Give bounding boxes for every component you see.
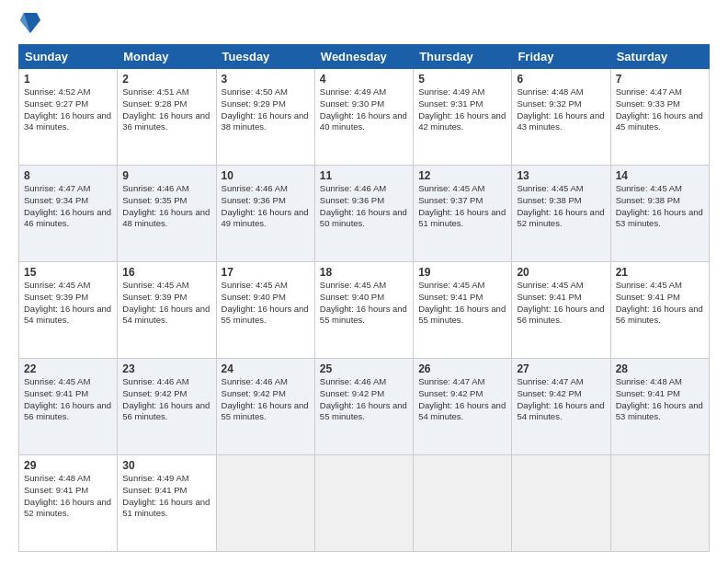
- calendar-cell: 16Sunrise: 4:45 AMSunset: 9:39 PMDayligh…: [118, 262, 216, 359]
- day-info: Sunrise: 4:45 AMSunset: 9:41 PMDaylight:…: [517, 280, 605, 327]
- calendar-header-friday: Friday: [512, 45, 610, 69]
- calendar-cell: 27Sunrise: 4:47 AMSunset: 9:42 PMDayligh…: [512, 359, 610, 455]
- day-number: 21: [616, 266, 704, 279]
- day-info: Sunrise: 4:52 AMSunset: 9:27 PMDaylight:…: [24, 86, 112, 133]
- day-info: Sunrise: 4:45 AMSunset: 9:41 PMDaylight:…: [418, 280, 506, 327]
- day-info: Sunrise: 4:50 AMSunset: 9:29 PMDaylight:…: [222, 86, 310, 133]
- calendar-cell: 22Sunrise: 4:45 AMSunset: 9:41 PMDayligh…: [19, 359, 118, 455]
- calendar-cell: 13Sunrise: 4:45 AMSunset: 9:38 PMDayligh…: [512, 166, 610, 262]
- day-info: Sunrise: 4:46 AMSunset: 9:42 PMDaylight:…: [222, 376, 310, 423]
- calendar-header-wednesday: Wednesday: [314, 45, 413, 69]
- calendar-cell: 20Sunrise: 4:45 AMSunset: 9:41 PMDayligh…: [512, 262, 610, 359]
- calendar-header-thursday: Thursday: [414, 45, 512, 69]
- day-number: 5: [418, 73, 506, 86]
- day-info: Sunrise: 4:48 AMSunset: 9:41 PMDaylight:…: [616, 376, 704, 423]
- day-number: 3: [222, 73, 310, 86]
- day-info: Sunrise: 4:48 AMSunset: 9:32 PMDaylight:…: [517, 86, 605, 133]
- calendar-header-tuesday: Tuesday: [216, 45, 314, 69]
- day-info: Sunrise: 4:45 AMSunset: 9:37 PMDaylight:…: [418, 183, 506, 230]
- day-info: Sunrise: 4:45 AMSunset: 9:40 PMDaylight:…: [222, 280, 310, 327]
- calendar-cell: [512, 455, 610, 552]
- day-info: Sunrise: 4:49 AMSunset: 9:31 PMDaylight:…: [418, 86, 506, 133]
- day-info: Sunrise: 4:45 AMSunset: 9:41 PMDaylight:…: [616, 280, 704, 327]
- calendar-header-sunday: Sunday: [19, 45, 118, 69]
- day-info: Sunrise: 4:51 AMSunset: 9:28 PMDaylight:…: [122, 86, 210, 133]
- day-number: 23: [122, 362, 210, 375]
- day-info: Sunrise: 4:46 AMSunset: 9:36 PMDaylight:…: [320, 183, 408, 230]
- header: [18, 15, 710, 35]
- day-number: 18: [320, 266, 408, 279]
- calendar-cell: 8Sunrise: 4:47 AMSunset: 9:34 PMDaylight…: [19, 166, 118, 262]
- day-number: 25: [320, 362, 408, 375]
- day-number: 17: [222, 266, 310, 279]
- day-info: Sunrise: 4:47 AMSunset: 9:42 PMDaylight:…: [418, 376, 506, 423]
- calendar-cell: 14Sunrise: 4:45 AMSunset: 9:38 PMDayligh…: [610, 166, 709, 262]
- calendar-row-3: 22Sunrise: 4:45 AMSunset: 9:41 PMDayligh…: [19, 359, 710, 455]
- day-number: 6: [517, 73, 605, 86]
- day-info: Sunrise: 4:45 AMSunset: 9:38 PMDaylight:…: [616, 183, 704, 230]
- calendar-body: 1Sunrise: 4:52 AMSunset: 9:27 PMDaylight…: [19, 69, 710, 552]
- day-number: 2: [122, 73, 210, 86]
- day-number: 24: [222, 362, 310, 375]
- calendar-row-1: 8Sunrise: 4:47 AMSunset: 9:34 PMDaylight…: [19, 166, 710, 262]
- calendar-cell: 26Sunrise: 4:47 AMSunset: 9:42 PMDayligh…: [414, 359, 512, 455]
- day-number: 7: [616, 73, 704, 86]
- day-number: 4: [320, 73, 408, 86]
- day-info: Sunrise: 4:46 AMSunset: 9:36 PMDaylight:…: [222, 183, 310, 230]
- page: SundayMondayTuesdayWednesdayThursdayFrid…: [0, 0, 728, 563]
- calendar-cell: [414, 455, 512, 552]
- calendar-cell: 21Sunrise: 4:45 AMSunset: 9:41 PMDayligh…: [610, 262, 709, 359]
- calendar-cell: [610, 455, 709, 552]
- day-info: Sunrise: 4:45 AMSunset: 9:38 PMDaylight:…: [517, 183, 605, 230]
- day-info: Sunrise: 4:46 AMSunset: 9:42 PMDaylight:…: [122, 376, 210, 423]
- calendar-cell: 12Sunrise: 4:45 AMSunset: 9:37 PMDayligh…: [414, 166, 512, 262]
- calendar-cell: 3Sunrise: 4:50 AMSunset: 9:29 PMDaylight…: [216, 69, 314, 166]
- calendar-cell: 19Sunrise: 4:45 AMSunset: 9:41 PMDayligh…: [414, 262, 512, 359]
- calendar-row-4: 29Sunrise: 4:48 AMSunset: 9:41 PMDayligh…: [19, 455, 710, 552]
- day-info: Sunrise: 4:46 AMSunset: 9:35 PMDaylight:…: [122, 183, 210, 230]
- calendar-header-monday: Monday: [118, 45, 216, 69]
- day-number: 11: [320, 169, 408, 182]
- day-number: 29: [24, 459, 112, 472]
- day-info: Sunrise: 4:49 AMSunset: 9:41 PMDaylight:…: [122, 473, 210, 520]
- day-number: 26: [418, 362, 506, 375]
- day-number: 10: [222, 169, 310, 182]
- day-info: Sunrise: 4:45 AMSunset: 9:39 PMDaylight:…: [24, 280, 112, 327]
- calendar-cell: 4Sunrise: 4:49 AMSunset: 9:30 PMDaylight…: [314, 69, 413, 166]
- calendar-row-2: 15Sunrise: 4:45 AMSunset: 9:39 PMDayligh…: [19, 262, 710, 359]
- day-info: Sunrise: 4:45 AMSunset: 9:39 PMDaylight:…: [122, 280, 210, 327]
- day-number: 27: [517, 362, 605, 375]
- day-info: Sunrise: 4:47 AMSunset: 9:34 PMDaylight:…: [24, 183, 112, 230]
- day-number: 30: [122, 459, 210, 472]
- calendar-table: SundayMondayTuesdayWednesdayThursdayFrid…: [18, 44, 710, 552]
- calendar-cell: 18Sunrise: 4:45 AMSunset: 9:40 PMDayligh…: [314, 262, 413, 359]
- day-info: Sunrise: 4:48 AMSunset: 9:41 PMDaylight:…: [24, 473, 112, 520]
- day-number: 13: [517, 169, 605, 182]
- calendar-cell: 6Sunrise: 4:48 AMSunset: 9:32 PMDaylight…: [512, 69, 610, 166]
- calendar-cell: 11Sunrise: 4:46 AMSunset: 9:36 PMDayligh…: [314, 166, 413, 262]
- calendar-cell: 30Sunrise: 4:49 AMSunset: 9:41 PMDayligh…: [118, 455, 216, 552]
- calendar-cell: 9Sunrise: 4:46 AMSunset: 9:35 PMDaylight…: [118, 166, 216, 262]
- day-info: Sunrise: 4:45 AMSunset: 9:40 PMDaylight:…: [320, 280, 408, 327]
- day-number: 16: [122, 266, 210, 279]
- calendar-cell: [314, 455, 413, 552]
- calendar-cell: 15Sunrise: 4:45 AMSunset: 9:39 PMDayligh…: [19, 262, 118, 359]
- day-info: Sunrise: 4:46 AMSunset: 9:42 PMDaylight:…: [320, 376, 408, 423]
- day-info: Sunrise: 4:45 AMSunset: 9:41 PMDaylight:…: [24, 376, 112, 423]
- calendar-cell: 25Sunrise: 4:46 AMSunset: 9:42 PMDayligh…: [314, 359, 413, 455]
- calendar-cell: 10Sunrise: 4:46 AMSunset: 9:36 PMDayligh…: [216, 166, 314, 262]
- day-number: 12: [418, 169, 506, 182]
- calendar-row-0: 1Sunrise: 4:52 AMSunset: 9:27 PMDaylight…: [19, 69, 710, 166]
- day-number: 20: [517, 266, 605, 279]
- day-info: Sunrise: 4:47 AMSunset: 9:33 PMDaylight:…: [616, 86, 704, 133]
- day-number: 8: [24, 169, 112, 182]
- day-number: 1: [24, 73, 112, 86]
- calendar-cell: 1Sunrise: 4:52 AMSunset: 9:27 PMDaylight…: [19, 69, 118, 166]
- day-number: 28: [616, 362, 704, 375]
- calendar-header-row: SundayMondayTuesdayWednesdayThursdayFrid…: [19, 45, 710, 69]
- logo: [18, 15, 40, 35]
- calendar-cell: 17Sunrise: 4:45 AMSunset: 9:40 PMDayligh…: [216, 262, 314, 359]
- day-number: 22: [24, 362, 112, 375]
- logo-icon: [20, 11, 40, 35]
- calendar-cell: 7Sunrise: 4:47 AMSunset: 9:33 PMDaylight…: [610, 69, 709, 166]
